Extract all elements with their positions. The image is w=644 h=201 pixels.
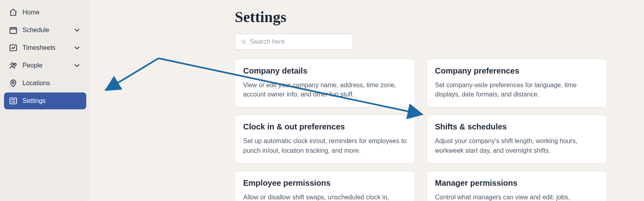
sidebar-item-label: Schedule xyxy=(22,27,68,34)
card-company-details[interactable]: Company details View or edit your compan… xyxy=(235,59,415,107)
settings-cards: Company details View or edit your compan… xyxy=(235,59,628,201)
card-clock-in-out[interactable]: Clock in & out preferences Set up automa… xyxy=(235,115,415,163)
card-shifts-schedules[interactable]: Shifts & schedules Adjust your company's… xyxy=(427,115,607,163)
svg-point-7 xyxy=(14,101,15,103)
chevron-down-icon xyxy=(73,26,81,35)
sidebar-item-home[interactable]: Home xyxy=(4,4,86,21)
sidebar: Home Schedule Timesheets People Location… xyxy=(0,0,90,201)
users-icon xyxy=(9,61,18,70)
sliders-icon xyxy=(9,96,18,105)
card-title: Employee permissions xyxy=(243,178,407,188)
svg-point-8 xyxy=(242,40,245,43)
card-title: Clock in & out preferences xyxy=(243,122,407,131)
card-desc: Set company-wide preferences for languag… xyxy=(435,80,599,99)
card-manager-permissions[interactable]: Manager permissions Control what manager… xyxy=(427,171,607,201)
chart-icon xyxy=(9,43,18,52)
svg-point-6 xyxy=(12,99,13,100)
card-desc: Allow or disallow shift swaps, unschedul… xyxy=(243,193,407,201)
card-title: Company preferences xyxy=(435,66,599,76)
search-box[interactable] xyxy=(235,34,353,50)
main-content: Settings Company details View or edit yo… xyxy=(90,0,644,201)
sidebar-item-label: Settings xyxy=(22,97,81,105)
location-pin-icon xyxy=(9,79,18,88)
chevron-down-icon xyxy=(73,61,81,70)
svg-point-2 xyxy=(11,63,13,65)
card-title: Company details xyxy=(243,66,407,76)
sidebar-item-label: Locations xyxy=(22,80,81,87)
chevron-down-icon xyxy=(73,43,81,52)
search-input[interactable] xyxy=(250,38,347,45)
svg-rect-5 xyxy=(10,98,17,104)
sidebar-item-locations[interactable]: Locations xyxy=(4,75,86,92)
sidebar-item-people[interactable]: People xyxy=(4,57,86,74)
svg-point-3 xyxy=(14,64,16,66)
sidebar-item-settings[interactable]: Settings xyxy=(4,92,86,109)
svg-point-4 xyxy=(12,82,14,84)
sidebar-item-label: Timesheets xyxy=(22,44,68,51)
card-title: Manager permissions xyxy=(435,178,599,188)
sidebar-item-timesheets[interactable]: Timesheets xyxy=(4,39,86,56)
card-title: Shifts & schedules xyxy=(435,122,599,131)
card-desc: Set up automatic clock in/out, reminders… xyxy=(243,136,407,155)
card-desc: View or edit your company name, address,… xyxy=(243,80,407,99)
search-icon xyxy=(241,39,247,45)
card-employee-permissions[interactable]: Employee permissions Allow or disallow s… xyxy=(235,171,415,201)
card-desc: Adjust your company's shift length, work… xyxy=(435,136,599,155)
page-title: Settings xyxy=(235,8,628,26)
card-company-preferences[interactable]: Company preferences Set company-wide pre… xyxy=(427,59,607,107)
svg-rect-0 xyxy=(10,28,17,34)
card-desc: Control what managers can view and edit:… xyxy=(435,193,599,201)
sidebar-item-label: Home xyxy=(22,9,81,16)
sidebar-item-schedule[interactable]: Schedule xyxy=(4,22,86,39)
home-icon xyxy=(9,8,18,17)
sidebar-item-label: People xyxy=(22,62,68,69)
calendar-icon xyxy=(9,26,18,35)
